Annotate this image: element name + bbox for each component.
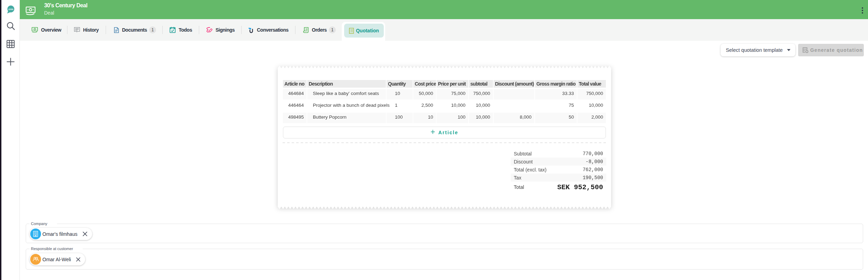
svg-text:crm: crm bbox=[8, 8, 13, 11]
